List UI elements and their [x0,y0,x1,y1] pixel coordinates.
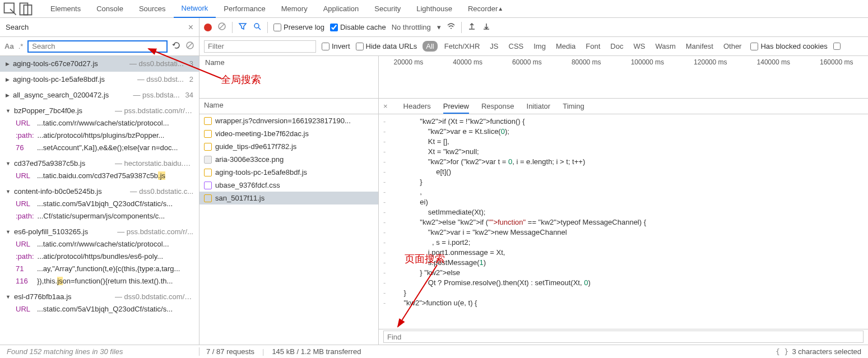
tab-network[interactable]: Network [174,0,216,18]
extra-checkbox[interactable] [833,43,841,50]
search-results: ▶aging-tools-c67ce70d27.js — dss0.bdstat… [0,56,199,345]
filter-icon[interactable] [238,22,247,32]
timeline[interactable]: Name 20000 ms40000 ms60000 ms80000 ms100… [199,56,868,99]
search-result-line[interactable]: :path:...atic/protocol/https/bundles/es6… [6,250,193,263]
timeline-tick: 80000 ms [572,58,601,98]
request-count: 7 / 87 requests [206,347,254,356]
search-result-line[interactable]: 71...ay,"Array",function(t,e){c(this,{ty… [6,263,193,275]
chip-manifest[interactable]: Manifest [683,41,717,52]
tab-security[interactable]: Security [366,0,409,18]
search-result[interactable]: ▼esl-d776bfb1aa.js — dss0.bdstatic.com/5… [0,289,199,317]
search-result-line[interactable]: URL...tatic.com/r/www/cache/static/proto… [6,117,193,129]
search-input[interactable] [27,40,168,53]
clear-button[interactable] [217,22,226,32]
find-bar [379,329,868,345]
regex-icon[interactable]: .​* [18,42,24,50]
search-result[interactable]: ▶aging-tools-pc-1e5afe8bdf.js — dss0.bds… [0,72,199,87]
filter-bar: Invert Hide data URLs AllFetch/XHRJSCSSI… [199,37,868,55]
device-icon[interactable] [18,1,34,17]
status-bar: Found 152 matching lines in 30 files 7 /… [0,345,868,358]
network-toolbar: Preserve log Disable cache No throttling… [199,18,868,36]
chip-fetch-xhr[interactable]: Fetch/XHR [441,41,484,52]
search-result[interactable]: ▼bzPopper_7bc4f0e.js — pss.bdstatic.com/… [0,103,199,156]
timeline-tick: 120000 ms [694,58,727,98]
tab-memory[interactable]: Memory [273,0,315,18]
hide-data-urls-checkbox[interactable]: Hide data URLs [356,42,417,50]
request-item[interactable]: aria-3006e33cce.png [199,153,378,166]
svg-point-4 [254,24,259,28]
search-result-line[interactable]: URL...static.com/5aV1bjqh_Q23odCf/static… [6,198,193,210]
chip-ws[interactable]: WS [630,41,648,52]
detail-tab-initiator[interactable]: Initiator [527,102,551,110]
disable-cache-checkbox[interactable]: Disable cache [330,23,386,31]
inspect-icon[interactable] [2,1,18,17]
search-result-line[interactable]: URL...static.com/5aV1bjqh_Q23odCf/static… [6,303,193,315]
invert-checkbox[interactable]: Invert [322,42,350,50]
chip-doc[interactable]: Doc [607,41,626,52]
selection-status: 3 characters selected [792,347,861,356]
chip-media[interactable]: Media [553,41,579,52]
chip-css[interactable]: CSS [505,41,527,52]
chip-font[interactable]: Font [582,41,604,52]
wifi-icon[interactable] [447,22,456,32]
timeline-tick: 160000 ms [820,58,853,98]
detail-tab-preview[interactable]: Preview [443,102,469,114]
request-item[interactable]: guide_tips-d9e617f782.js [199,140,378,153]
blocked-cookies-checkbox[interactable]: Has blocked cookies [750,42,827,50]
transfer-size: 145 kB / 1.2 MB transferred [272,347,361,356]
close-icon[interactable]: × [188,22,193,32]
case-icon[interactable]: Aa [4,42,14,50]
throttle-select[interactable]: No throttling ▾ [392,23,441,31]
search-result-line[interactable]: URL...tatic.com/r/www/cache/static/proto… [6,238,193,250]
request-item[interactable]: ubase_9376fdcf.css [199,179,378,192]
detail-tab-timing[interactable]: Timing [563,102,584,110]
preserve-log-checkbox[interactable]: Preserve log [273,23,324,31]
search-result-line[interactable]: 76...setAccount",Ka]),e&&e();else{var n=… [6,142,193,154]
search-result-line[interactable]: :path:...atic/protocol/https/plugins/bzP… [6,129,193,142]
search-result-line[interactable]: :path:...Cf/static/superman/js/component… [6,210,193,222]
chip-img[interactable]: Img [530,41,549,52]
refresh-icon[interactable] [172,41,181,52]
search-controls: Aa .​* [0,37,199,55]
timeline-tick: 20000 ms [394,58,424,98]
devtools-tabbar: ElementsConsoleSourcesNetworkPerformance… [0,0,868,18]
tab-console[interactable]: Console [89,0,131,18]
chip-wasm[interactable]: Wasm [652,41,679,52]
search-result[interactable]: ▶all_async_search_0200472.js — pss.bdsta… [0,87,199,103]
request-item[interactable]: aging-tools-pc-1e5afe8bdf.js [199,166,378,179]
chip-other[interactable]: Other [720,41,745,52]
tab-elements[interactable]: Elements [43,0,89,18]
chip-js[interactable]: JS [486,41,502,52]
request-item[interactable]: san_5017f11.js [199,192,378,204]
download-icon[interactable] [482,22,491,32]
close-icon[interactable]: × [383,102,388,110]
record-button[interactable] [204,24,212,31]
search-result[interactable]: ▼cd37ed75a9387c5b.js — hectorstatic.baid… [0,156,199,184]
braces-icon[interactable]: { } [776,347,788,356]
detail-tabs: × HeadersPreviewResponseInitiatorTiming [379,99,868,114]
detail-tab-response[interactable]: Response [481,102,514,110]
tab-performance[interactable]: Performance [216,0,273,18]
upload-icon[interactable] [467,22,476,32]
find-input[interactable] [383,331,864,343]
timeline-tick: 100000 ms [631,58,664,98]
detail-tab-headers[interactable]: Headers [403,102,431,110]
search-result-line[interactable]: URL...tatic.baidu.com/cd37ed75a9387c5b.j… [6,170,193,182]
tab-lighthouse[interactable]: Lighthouse [409,0,460,18]
search-result[interactable]: ▼content-info-b0c0e5245b.js — dss0.bdsta… [0,184,199,224]
filter-input[interactable] [204,40,316,53]
tab-recorder[interactable]: Recorder ▲ [460,0,511,18]
clear-icon[interactable] [185,41,194,52]
tab-sources[interactable]: Sources [131,0,174,18]
tab-application[interactable]: Application [315,0,367,18]
search-result-line[interactable]: 116}),this.json=function(){return this.t… [6,275,193,287]
preview-code[interactable]: - "kw2">if (Xt = !"kw2">function() {- "k… [379,114,868,329]
request-item[interactable]: wrapper.js?cdnversion=1661923817190... [199,114,378,127]
search-icon[interactable] [253,22,262,32]
request-item[interactable]: video-meeting-1be7f62dac.js [199,127,378,140]
timeline-tick: 60000 ms [512,58,542,98]
search-result[interactable]: ▶aging-tools-c67ce70d27.js — dss0.bdstat… [0,56,199,72]
chip-all[interactable]: All [423,41,437,52]
search-result[interactable]: ▼es6-polyfill_5103265.js — pss.bdstatic.… [0,224,199,289]
request-list: Name wrapper.js?cdnversion=1661923817190… [199,99,379,345]
